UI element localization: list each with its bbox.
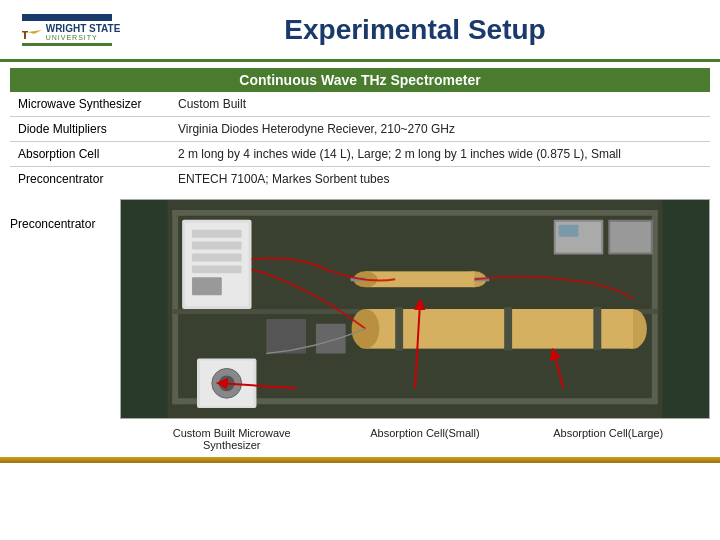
component-desc: 2 m long by 4 inches wide (14 L), Large;… xyxy=(170,142,710,167)
component-desc: ENTECH 7100A; Markes Sorbent tubes xyxy=(170,167,710,192)
caption-items: Custom Built Microwave Synthesizer Absor… xyxy=(120,427,710,451)
spec-section: Continuous Wave THz Spectrometer Microwa… xyxy=(0,68,720,191)
caption-cell-large: Absorption Cell(Large) xyxy=(553,427,663,451)
equipment-image xyxy=(120,199,710,419)
bottom-section: Preconcentrator xyxy=(0,191,720,423)
table-row: Microwave Synthesizer Custom Built xyxy=(10,92,710,117)
svg-rect-14 xyxy=(192,254,242,262)
label-col: Preconcentrator xyxy=(10,199,120,419)
svg-rect-7 xyxy=(172,210,178,404)
svg-rect-12 xyxy=(192,230,242,238)
svg-rect-16 xyxy=(192,277,222,295)
svg-rect-27 xyxy=(593,307,601,351)
component-desc: Custom Built xyxy=(170,92,710,117)
svg-rect-13 xyxy=(192,242,242,250)
component-label: Absorption Cell xyxy=(10,142,170,167)
university-name: WRIGHT STATE xyxy=(46,23,121,34)
caption-synthesizer: Custom Built Microwave Synthesizer xyxy=(167,427,297,451)
table-row: Absorption Cell 2 m long by 4 inches wid… xyxy=(10,142,710,167)
svg-rect-2 xyxy=(22,31,28,33)
university-subtitle: UNIVERSITY xyxy=(46,34,98,41)
svg-rect-5 xyxy=(172,210,658,216)
svg-rect-26 xyxy=(504,307,512,351)
page-title: Experimental Setup xyxy=(122,14,708,46)
bottom-gold-bar xyxy=(0,457,720,463)
section-title: Continuous Wave THz Spectrometer xyxy=(10,68,710,92)
svg-rect-15 xyxy=(192,265,242,273)
svg-rect-30 xyxy=(559,225,579,237)
component-label: Diode Multipliers xyxy=(10,117,170,142)
logo-area: WRIGHT STATE UNIVERSITY xyxy=(12,14,122,46)
wright-flyer-icon xyxy=(14,22,42,42)
caption-cell-small: Absorption Cell(Small) xyxy=(370,427,479,451)
header: WRIGHT STATE UNIVERSITY Experimental Set… xyxy=(0,0,720,62)
component-desc: Virginia Diodes Heterodyne Reciever, 210… xyxy=(170,117,710,142)
svg-rect-18 xyxy=(365,271,474,287)
table-row: Diode Multipliers Virginia Diodes Hetero… xyxy=(10,117,710,142)
captions-section: Custom Built Microwave Synthesizer Absor… xyxy=(0,423,720,451)
preconcentrator-label: Preconcentrator xyxy=(10,217,120,231)
component-label: Microwave Synthesizer xyxy=(10,92,170,117)
svg-rect-25 xyxy=(395,307,403,351)
svg-rect-34 xyxy=(316,324,346,354)
table-row: Preconcentrator ENTECH 7100A; Markes Sor… xyxy=(10,167,710,192)
component-label: Preconcentrator xyxy=(10,167,170,192)
svg-rect-23 xyxy=(365,309,633,349)
spec-table: Microwave Synthesizer Custom Built Diode… xyxy=(10,92,710,191)
svg-rect-32 xyxy=(610,222,651,253)
equipment-svg xyxy=(121,200,709,418)
